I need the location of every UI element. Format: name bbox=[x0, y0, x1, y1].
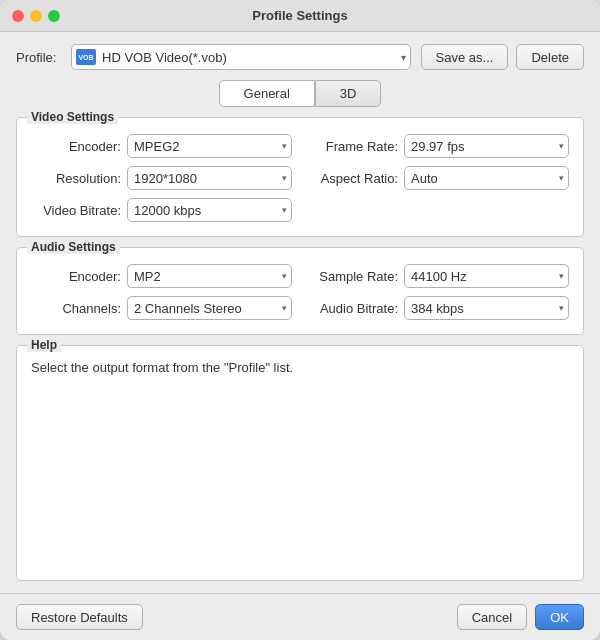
profile-settings-window: Profile Settings Profile: VOB HD VOB Vid… bbox=[0, 0, 600, 640]
audio-encoder-field-row: Encoder: MP2 ▾ bbox=[31, 264, 292, 288]
help-text: Select the output format from the "Profi… bbox=[31, 360, 569, 375]
video-settings-section: Video Settings Encoder: MPEG2 ▾ Frame Ra… bbox=[16, 117, 584, 237]
window-title: Profile Settings bbox=[252, 8, 347, 23]
sample-rate-select-wrapper: 44100 Hz ▾ bbox=[404, 264, 569, 288]
audio-settings-section: Audio Settings Encoder: MP2 ▾ Sample Rat… bbox=[16, 247, 584, 335]
tab-3d[interactable]: 3D bbox=[315, 80, 382, 107]
titlebar: Profile Settings bbox=[0, 0, 600, 32]
frame-rate-select[interactable]: 29.97 fps bbox=[404, 134, 569, 158]
video-settings-title: Video Settings bbox=[27, 110, 118, 124]
audio-encoder-select[interactable]: MP2 bbox=[127, 264, 292, 288]
aspect-ratio-label: Aspect Ratio: bbox=[308, 171, 398, 186]
profile-value: HD VOB Video(*.vob) bbox=[102, 50, 395, 65]
video-empty-cell bbox=[308, 198, 569, 222]
video-bitrate-select[interactable]: 12000 kbps bbox=[127, 198, 292, 222]
audio-encoder-select-wrapper: MP2 ▾ bbox=[127, 264, 292, 288]
resolution-field-row: Resolution: 1920*1080 ▾ bbox=[31, 166, 292, 190]
audio-settings-title: Audio Settings bbox=[27, 240, 120, 254]
tab-general[interactable]: General bbox=[219, 80, 315, 107]
audio-fields-grid: Encoder: MP2 ▾ Sample Rate: 44100 Hz bbox=[31, 264, 569, 320]
minimize-button[interactable] bbox=[30, 10, 42, 22]
channels-field-row: Channels: 2 Channels Stereo ▾ bbox=[31, 296, 292, 320]
sample-rate-select[interactable]: 44100 Hz bbox=[404, 264, 569, 288]
profile-row: Profile: VOB HD VOB Video(*.vob) ▾ Save … bbox=[16, 44, 584, 70]
sample-rate-label: Sample Rate: bbox=[308, 269, 398, 284]
video-bitrate-select-wrapper: 12000 kbps ▾ bbox=[127, 198, 292, 222]
cancel-button[interactable]: Cancel bbox=[457, 604, 527, 630]
maximize-button[interactable] bbox=[48, 10, 60, 22]
profile-dropdown[interactable]: VOB HD VOB Video(*.vob) ▾ bbox=[71, 44, 411, 70]
tabs: General 3D bbox=[16, 80, 584, 107]
audio-encoder-label: Encoder: bbox=[31, 269, 121, 284]
channels-select[interactable]: 2 Channels Stereo bbox=[127, 296, 292, 320]
encoder-select[interactable]: MPEG2 bbox=[127, 134, 292, 158]
sample-rate-field-row: Sample Rate: 44100 Hz ▾ bbox=[308, 264, 569, 288]
audio-bitrate-label: Audio Bitrate: bbox=[308, 301, 398, 316]
profile-actions: Save as... Delete bbox=[421, 44, 584, 70]
frame-rate-select-wrapper: 29.97 fps ▾ bbox=[404, 134, 569, 158]
encoder-field-row: Encoder: MPEG2 ▾ bbox=[31, 134, 292, 158]
resolution-select-wrapper: 1920*1080 ▾ bbox=[127, 166, 292, 190]
chevron-down-icon: ▾ bbox=[401, 52, 406, 63]
help-section: Help Select the output format from the "… bbox=[16, 345, 584, 581]
frame-rate-label: Frame Rate: bbox=[308, 139, 398, 154]
channels-select-wrapper: 2 Channels Stereo ▾ bbox=[127, 296, 292, 320]
traffic-lights bbox=[12, 10, 60, 22]
ok-button[interactable]: OK bbox=[535, 604, 584, 630]
resolution-label: Resolution: bbox=[31, 171, 121, 186]
video-bitrate-field-row: Video Bitrate: 12000 kbps ▾ bbox=[31, 198, 292, 222]
profile-label: Profile: bbox=[16, 50, 61, 65]
restore-defaults-button[interactable]: Restore Defaults bbox=[16, 604, 143, 630]
bottom-bar: Restore Defaults Cancel OK bbox=[0, 593, 600, 640]
channels-label: Channels: bbox=[31, 301, 121, 316]
vob-icon: VOB bbox=[76, 49, 96, 65]
aspect-ratio-field-row: Aspect Ratio: Auto ▾ bbox=[308, 166, 569, 190]
save-as-button[interactable]: Save as... bbox=[421, 44, 509, 70]
frame-rate-field-row: Frame Rate: 29.97 fps ▾ bbox=[308, 134, 569, 158]
encoder-select-wrapper: MPEG2 ▾ bbox=[127, 134, 292, 158]
bottom-right-buttons: Cancel OK bbox=[457, 604, 584, 630]
main-content: Profile: VOB HD VOB Video(*.vob) ▾ Save … bbox=[0, 32, 600, 593]
audio-bitrate-select-wrapper: 384 kbps ▾ bbox=[404, 296, 569, 320]
video-bitrate-label: Video Bitrate: bbox=[31, 203, 121, 218]
encoder-label: Encoder: bbox=[31, 139, 121, 154]
video-fields-grid: Encoder: MPEG2 ▾ Frame Rate: 29.97 fps bbox=[31, 134, 569, 222]
audio-bitrate-field-row: Audio Bitrate: 384 kbps ▾ bbox=[308, 296, 569, 320]
resolution-select[interactable]: 1920*1080 bbox=[127, 166, 292, 190]
audio-bitrate-select[interactable]: 384 kbps bbox=[404, 296, 569, 320]
delete-button[interactable]: Delete bbox=[516, 44, 584, 70]
close-button[interactable] bbox=[12, 10, 24, 22]
aspect-ratio-select[interactable]: Auto bbox=[404, 166, 569, 190]
aspect-ratio-select-wrapper: Auto ▾ bbox=[404, 166, 569, 190]
help-title: Help bbox=[27, 338, 61, 352]
